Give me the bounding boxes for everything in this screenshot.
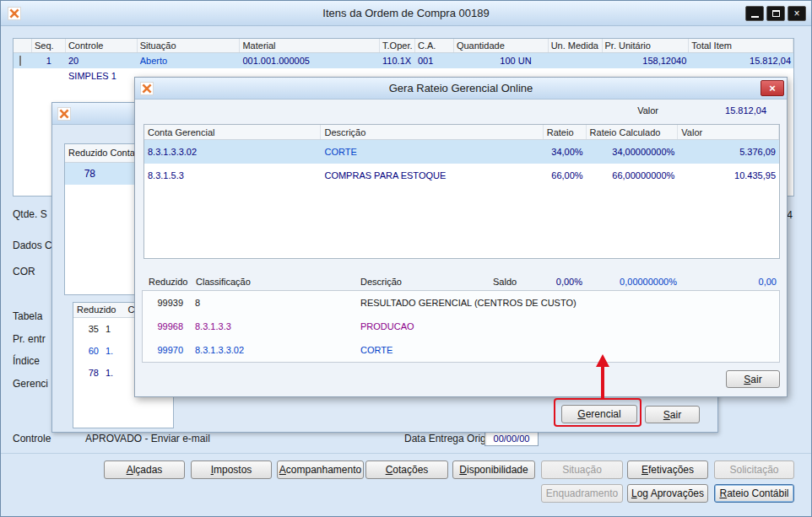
column-header-valor: Valor xyxy=(678,125,779,139)
summary-saldo-pct: 0,00% xyxy=(532,277,582,287)
close-icon: × xyxy=(793,8,799,19)
cell-pr-unitario: 158,12040 xyxy=(603,56,690,66)
grid2-reduzido: 60 xyxy=(77,346,99,356)
annotation-arrow-head xyxy=(596,354,609,367)
column-header-seq: Seq. xyxy=(32,39,66,52)
cell-conta: 8.3.1.5.3 xyxy=(144,170,321,180)
title-bar: Itens da Ordem de Compra 00189 × xyxy=(1,1,811,26)
impostos-button[interactable]: Impostos xyxy=(191,460,272,479)
close-icon: × xyxy=(769,82,776,94)
grid2-header-reduzido: Reduzido xyxy=(77,304,116,315)
grid2-reduzido: 35 xyxy=(77,324,99,334)
label-controle: Controle xyxy=(13,433,51,444)
valor-value: 15.812,04 xyxy=(725,105,766,116)
close-button[interactable]: × xyxy=(788,6,806,21)
cell-situacao: Aberto xyxy=(138,56,241,66)
cell-descricao: COMPRAS PARA ESTOQUE xyxy=(321,170,543,180)
column-header-rateio-calculado: Rateio Calculado xyxy=(587,125,679,139)
column-header-controle: Controle xyxy=(66,39,138,52)
cell-controle-line2: SIMPLES 1 xyxy=(66,71,138,81)
minimize-button[interactable] xyxy=(745,6,764,21)
column-header-ca: C.A. xyxy=(415,39,454,52)
column-header-situacao: Situação xyxy=(138,39,241,52)
log-aprovacoes-button[interactable]: Log Aprovações xyxy=(627,484,708,503)
cotacoes-button[interactable]: Cotações xyxy=(365,460,448,479)
situacao-button[interactable]: Situação xyxy=(541,460,623,479)
account-row[interactable]: 99970 8.3.1.3.3.02 CORTE xyxy=(143,338,779,362)
accounts-list: 99939 8 RESULTADO GERENCIAL (CENTROS DE … xyxy=(142,290,780,363)
label-cor: COR xyxy=(13,266,35,277)
cell-seq: 1 xyxy=(32,56,66,66)
valor-label: Valor xyxy=(637,105,658,116)
modal-close-button[interactable]: × xyxy=(761,80,784,96)
cell-material: 001.001.000005 xyxy=(240,56,380,66)
gerencial-button[interactable]: Gerencial xyxy=(561,405,637,423)
cell-conta: 8.3.1.3.3.02 xyxy=(144,147,321,157)
acompanhamento-button[interactable]: Acompanhamento xyxy=(277,460,364,479)
account-row[interactable]: 99968 8.3.1.3.3 PRODUCAO xyxy=(143,315,779,338)
cell-total-item: 15.812,04 xyxy=(689,56,793,66)
disponibilidade-button[interactable]: Disponibilidade xyxy=(452,460,535,479)
saldo-summary-row: Reduzido Classificação Descrição Saldo 0… xyxy=(135,277,788,290)
items-table-header: Seq. Controle Situação Material T.Oper. … xyxy=(14,39,793,53)
column-header-rateio: Rateio xyxy=(544,125,587,139)
summary-saldo-label: Saldo xyxy=(493,277,517,287)
cell-descricao: CORTE xyxy=(321,147,543,157)
cell-valor: 10.435,95 xyxy=(678,170,779,180)
row-checkbox[interactable] xyxy=(19,56,21,66)
column-header-conta-gerencial: Conta Gerencial xyxy=(144,125,321,139)
maximize-icon xyxy=(772,10,780,17)
cell-rateio-calculado: 66,00000000% xyxy=(587,170,679,180)
label-pr-entr: Pr. entr xyxy=(13,333,46,345)
solicitacao-button[interactable]: Solicitação xyxy=(714,460,794,479)
minimize-icon xyxy=(751,16,759,18)
cell-rateio: 66,00% xyxy=(544,170,587,180)
dialog-sair-button[interactable]: Sair xyxy=(645,406,700,423)
column-header-select xyxy=(14,39,32,52)
rateio-contabil-button[interactable]: Rateio Contábil xyxy=(714,484,794,503)
account-descricao: PRODUCAO xyxy=(360,321,414,331)
summary-reduzido-label: Reduzido xyxy=(149,277,187,287)
label-qtde: Qtde. S xyxy=(13,208,47,220)
cell-quantidade: 100 UN xyxy=(454,56,549,66)
column-header-total-item: Total Item xyxy=(689,39,793,52)
table-row[interactable]: 1 20 Aberto 001.001.000005 110.1X 001 10… xyxy=(14,53,793,68)
grid2-cla: 1. xyxy=(106,368,113,378)
window-controls: × xyxy=(745,6,806,21)
cell-controle: 20 xyxy=(66,56,138,66)
efetivacoes-button[interactable]: Efetivações xyxy=(627,460,708,479)
rateio-row[interactable]: 8.3.1.3.3.02 CORTE 34,00% 34,00000000% 5… xyxy=(144,140,779,164)
account-row[interactable]: 99939 8 RESULTADO GERENCIAL (CENTROS DE … xyxy=(143,291,779,315)
column-header-toper: T.Oper. xyxy=(380,39,415,52)
grid2-cla: 1. xyxy=(106,346,113,356)
account-classificacao: 8.3.1.3.3 xyxy=(195,321,347,331)
column-header-un-medida: Un. Medida xyxy=(549,39,603,52)
cell-ca: 001 xyxy=(415,56,454,66)
column-header-descricao: Descrição xyxy=(321,125,543,139)
cell-toper: 110.1X xyxy=(380,56,415,66)
maximize-button[interactable] xyxy=(766,6,785,21)
account-reduzido: 99968 xyxy=(149,321,183,331)
rateio-gerencial-modal: Gera Rateio Gerencial Online × Valor 15.… xyxy=(134,77,788,397)
reduzido-conta-value: 78 xyxy=(65,168,95,180)
modal-title: Gera Rateio Gerencial Online xyxy=(135,82,787,94)
rateio-row[interactable]: 8.3.1.5.3 COMPRAS PARA ESTOQUE 66,00% 66… xyxy=(144,164,779,187)
grid2-cla: 1 xyxy=(106,324,111,334)
alcadas-button[interactable]: Alçadas xyxy=(104,460,185,479)
cell-valor: 5.376,09 xyxy=(678,147,779,157)
account-descricao: RESULTADO GERENCIAL (CENTROS DE CUSTO) xyxy=(360,298,577,308)
cell-rateio: 34,00% xyxy=(544,147,587,157)
label-indice: Índice xyxy=(13,355,40,367)
label-dados: Dados C xyxy=(13,240,52,251)
modal-titlebar: Gera Rateio Gerencial Online × xyxy=(135,78,787,100)
summary-descricao-label: Descrição xyxy=(360,277,402,287)
account-descricao: CORTE xyxy=(360,345,392,355)
controle-status: APROVADO - Enviar e-mail xyxy=(85,433,210,444)
divider xyxy=(1,453,812,454)
cell-rateio-calculado: 34,00000000% xyxy=(587,147,679,157)
enquadramento-button[interactable]: Enquadramento xyxy=(541,484,623,503)
annotation-arrow xyxy=(601,366,604,399)
grid2-reduzido: 78 xyxy=(77,368,99,378)
modal-sair-button[interactable]: Sair xyxy=(726,370,780,388)
column-header-pr-unitario: Pr. Unitário xyxy=(603,39,690,52)
